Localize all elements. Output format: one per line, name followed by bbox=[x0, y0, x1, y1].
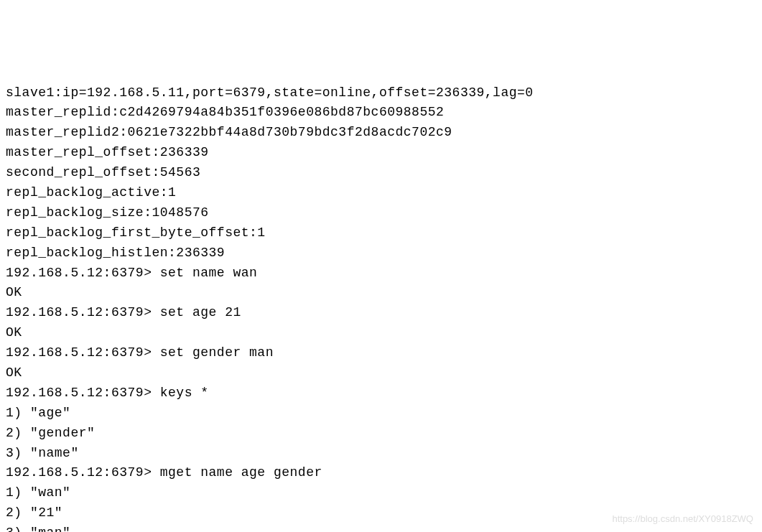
terminal-line: repl_backlog_size:1048576 bbox=[6, 203, 756, 223]
terminal-line: second_repl_offset:54563 bbox=[6, 163, 756, 183]
terminal-line: 2) "gender" bbox=[6, 424, 756, 444]
terminal-line: repl_backlog_active:1 bbox=[6, 183, 756, 203]
terminal-line: master_replid2:0621e7322bbf44a8d730b79bd… bbox=[6, 123, 756, 143]
terminal-line: repl_backlog_histlen:236339 bbox=[6, 243, 756, 263]
terminal-line: 1) "wan" bbox=[6, 483, 756, 503]
terminal-line: 1) "age" bbox=[6, 403, 756, 424]
terminal-line: 192.168.5.12:6379> keys * bbox=[6, 383, 756, 403]
terminal-line: repl_backlog_first_byte_offset:1 bbox=[6, 223, 756, 243]
terminal-line: master_replid:c2d4269794a84b351f0396e086… bbox=[6, 103, 756, 123]
watermark: https://blog.csdn.net/XY0918ZWQ bbox=[612, 512, 753, 526]
terminal-line: 3) "name" bbox=[6, 444, 756, 464]
terminal-line: slave1:ip=192.168.5.11,port=6379,state=o… bbox=[6, 83, 756, 103]
terminal-output[interactable]: slave1:ip=192.168.5.11,port=6379,state=o… bbox=[6, 83, 756, 532]
terminal-line: 192.168.5.12:6379> set name wan bbox=[6, 263, 756, 284]
terminal-line: 192.168.5.12:6379> set gender man bbox=[6, 343, 756, 363]
terminal-line: OK bbox=[6, 283, 756, 303]
terminal-line: OK bbox=[6, 323, 756, 343]
terminal-line: 192.168.5.12:6379> set age 21 bbox=[6, 303, 756, 323]
terminal-line: OK bbox=[6, 363, 756, 383]
terminal-line: 192.168.5.12:6379> mget name age gender bbox=[6, 463, 756, 483]
terminal-line: master_repl_offset:236339 bbox=[6, 143, 756, 163]
